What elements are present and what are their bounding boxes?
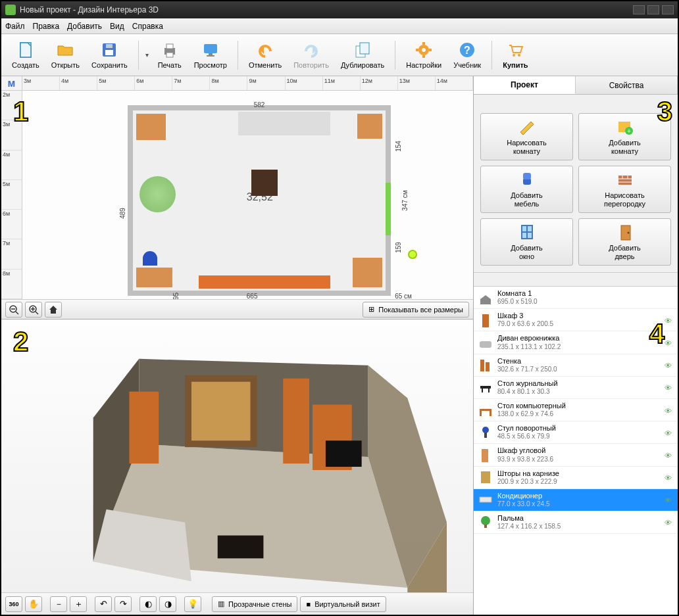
virtual-visit-button[interactable]: ■ Виртуальный визит: [300, 596, 386, 612]
object-dimensions: 235.1 x 113.1 x 102.2: [497, 343, 665, 351]
svg-rect-69: [484, 433, 487, 438]
action-window-button[interactable]: Добавитьокно: [480, 218, 573, 266]
visibility-icon[interactable]: 👁: [665, 496, 674, 503]
list-item[interactable]: Стенка302.6 x 71.7 x 250.0👁: [474, 354, 678, 377]
3d-canvas[interactable]: [1, 320, 473, 592]
visibility-icon[interactable]: 👁: [665, 452, 674, 458]
svg-rect-59: [480, 341, 491, 348]
list-item[interactable]: Стул поворотный48.5 x 56.6 x 79.9👁: [474, 421, 678, 444]
toolbar-monitor-button[interactable]: Просмотр: [189, 38, 232, 72]
furniture-item[interactable]: [238, 112, 330, 135]
toolbar-label: Настройки: [406, 61, 441, 69]
folder-icon: [56, 41, 74, 59]
rotate-right-button[interactable]: ↷: [114, 596, 132, 612]
visibility-icon[interactable]: 👁: [665, 339, 674, 346]
tab-properties[interactable]: Свойства: [576, 76, 678, 94]
object-list[interactable]: Комната 1695.0 x 519.0Шкаф 379.0 x 63.6 …: [474, 286, 678, 615]
minimize-button[interactable]: [633, 5, 645, 14]
menu-edit[interactable]: Правка: [33, 22, 60, 31]
menu-help[interactable]: Справка: [132, 22, 163, 31]
visibility-icon[interactable]: 👁: [665, 519, 674, 525]
action-addroom-button[interactable]: +Добавитькомнату: [578, 113, 671, 160]
vertical-ruler: 2м3м4м5м6м7м8м: [1, 91, 22, 299]
tilt-up-button[interactable]: ◐: [139, 596, 157, 612]
zoom-in-button[interactable]: [25, 302, 42, 318]
home-button[interactable]: [45, 302, 62, 318]
action-door-button[interactable]: Добавитьдверь: [578, 218, 671, 266]
list-item[interactable]: Шторы на карнизе200.9 x 20.3 x 222.9👁: [474, 467, 678, 489]
toolbar-help-button[interactable]: ?Учебник: [448, 38, 486, 72]
toolbar-print-button[interactable]: Печать: [152, 38, 188, 72]
list-item[interactable]: Шкаф 379.0 x 63.6 x 200.5👁: [474, 309, 678, 331]
action-wall-button[interactable]: Нарисоватьперегородку: [578, 166, 671, 213]
list-item[interactable]: Кондиционер77.0 x 33.0 x 24.5👁: [474, 489, 678, 511]
ruler-tick: 10м: [286, 76, 323, 90]
plan-canvas[interactable]: 582 347 см 154 159 65 см 489 665 95 32,5…: [22, 91, 473, 299]
rotate-left-button[interactable]: ↶: [95, 596, 112, 612]
zoom-in-3d-button[interactable]: ＋: [70, 596, 87, 612]
show-dimensions-toggle[interactable]: ⊞ Показывать все размеры: [363, 302, 469, 318]
action-chair-button[interactable]: Добавитьмебель: [480, 166, 573, 213]
toolbar-save-button[interactable]: Сохранить: [86, 38, 133, 72]
toolbar-gear-button[interactable]: Настройки: [401, 38, 447, 72]
maximize-button[interactable]: [647, 5, 659, 14]
list-item[interactable]: Шкаф угловой93.9 x 93.8 x 223.6👁: [474, 444, 678, 466]
selection-handle[interactable]: [408, 250, 417, 259]
pan-button[interactable]: ✋: [25, 596, 42, 612]
toolbar-dropdown[interactable]: ▾: [144, 51, 151, 59]
toolbar-doc-button[interactable]: Создать: [7, 38, 45, 72]
object-name: Шторы на карнизе: [497, 469, 665, 478]
menu-file[interactable]: Файл: [5, 22, 25, 31]
menubar: Файл Правка Добавить Вид Справка: [1, 18, 678, 34]
toolbar-cart-button[interactable]: Купить: [497, 38, 533, 72]
furniture-item[interactable]: [136, 114, 166, 140]
furniture-item[interactable]: [136, 268, 172, 287]
menu-view[interactable]: Вид: [110, 22, 124, 31]
ruler-tick: 8м: [210, 76, 247, 90]
furniture-item[interactable]: [357, 114, 382, 139]
rotate-360-button[interactable]: 360: [5, 596, 22, 612]
light-button[interactable]: 💡: [184, 596, 201, 612]
sidebar-tabs: Проект Свойства: [474, 76, 678, 95]
furniture-item[interactable]: [143, 251, 157, 266]
visibility-icon[interactable]: 👁: [665, 429, 674, 436]
transparent-walls-toggle[interactable]: ▥ Прозрачные стены: [212, 596, 297, 612]
list-item[interactable]: Стол журнальный80.4 x 80.1 x 30.3👁: [474, 377, 678, 399]
visibility-icon[interactable]: 👁: [665, 407, 674, 414]
furniture-item[interactable]: [353, 258, 382, 287]
toolbar-separator: [138, 41, 139, 70]
action-label: Добавитьдверь: [609, 244, 641, 261]
visibility-icon[interactable]: 👁: [665, 317, 674, 323]
help-icon: ?: [458, 41, 476, 59]
list-item[interactable]: Пальма127.4 x 116.2 x 158.5👁: [474, 511, 678, 534]
tilt-down-button[interactable]: ◑: [159, 596, 176, 612]
action-draw-button[interactable]: Нарисоватькомнату: [480, 113, 573, 160]
zoom-out-button[interactable]: [5, 302, 22, 318]
tab-project[interactable]: Проект: [474, 76, 576, 94]
dim-label: 159: [395, 242, 402, 253]
zoom-out-3d-button[interactable]: －: [50, 596, 67, 612]
room-outline[interactable]: 582 347 см 154 159 65 см 489 665 95 32,5…: [128, 105, 391, 296]
show-dims-label: Показывать все размеры: [378, 306, 463, 314]
svg-rect-63: [482, 389, 483, 392]
dim-label: 154: [395, 141, 402, 152]
furniture-item[interactable]: [251, 170, 278, 196]
visibility-icon[interactable]: 👁: [665, 474, 674, 481]
visibility-icon[interactable]: 👁: [665, 384, 674, 391]
toolbar-folder-button[interactable]: Открыть: [46, 38, 85, 72]
redo-icon: [302, 41, 320, 59]
close-button[interactable]: [662, 5, 674, 14]
list-item[interactable]: Стол компьютерный138.0 x 62.9 x 74.6👁: [474, 399, 678, 421]
list-item[interactable]: Диван еврокнижка235.1 x 113.1 x 102.2👁: [474, 331, 678, 354]
list-item[interactable]: Комната 1695.0 x 519.0: [474, 287, 678, 309]
furniture-item[interactable]: [199, 275, 330, 289]
window-marker[interactable]: [386, 183, 391, 235]
ruler-tick: 2м: [1, 91, 22, 120]
toolbar-redo-button[interactable]: Повторить: [288, 38, 334, 72]
toolbar-undo-button[interactable]: Отменить: [243, 38, 287, 72]
visibility-icon[interactable]: 👁: [665, 362, 674, 368]
menu-add[interactable]: Добавить: [67, 22, 102, 31]
toolbar-dup-button[interactable]: Дублировать: [336, 38, 390, 72]
furniture-item[interactable]: [139, 176, 176, 212]
3d-toolbar: 360 ✋ － ＋ ↶ ↷ ◐ ◑ 💡 ▥ Прозрач: [1, 592, 473, 615]
